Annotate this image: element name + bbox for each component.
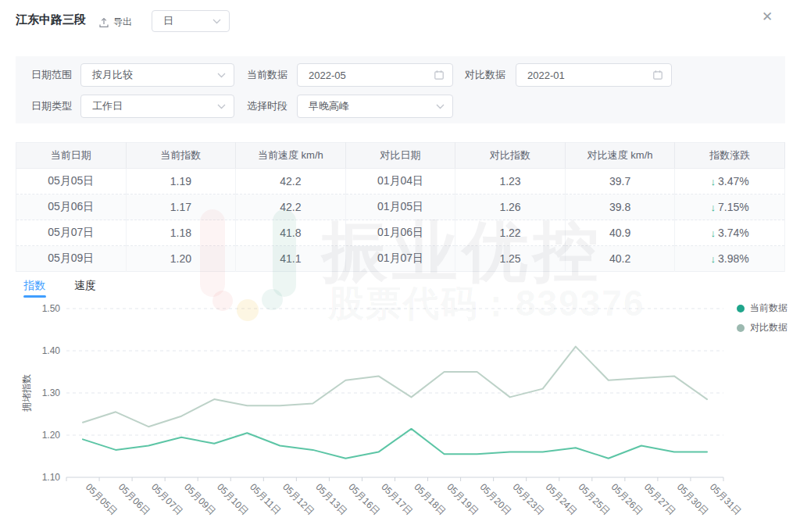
compare-data-label: 对比数据 xyxy=(465,63,505,87)
down-arrow-icon: ↓ xyxy=(711,227,716,239)
x-axis-tick-label: 05月16日 xyxy=(346,481,382,517)
current-data-value: 2022-05 xyxy=(309,70,346,81)
table-cell: 1.23 xyxy=(455,169,566,195)
table-column-header: 当前日期 xyxy=(16,143,127,169)
table-cell: 1.20 xyxy=(126,246,236,272)
index-change-cell: ↓7.15% xyxy=(675,195,785,220)
legend-dot-icon xyxy=(737,305,745,312)
x-axis-tick-label: 05月30日 xyxy=(675,481,711,517)
table-cell: 05月09日 xyxy=(16,246,127,272)
current-data-datepicker[interactable]: 2022-05 xyxy=(297,63,453,87)
x-axis-tick-label: 05月27日 xyxy=(642,481,678,517)
calendar-icon xyxy=(652,70,663,80)
x-axis-tick-label: 05月10日 xyxy=(215,481,251,517)
down-arrow-icon: ↓ xyxy=(711,176,716,187)
table-cell: 42.2 xyxy=(236,195,346,220)
x-axis-tick-label: 05月23日 xyxy=(511,481,547,517)
index-change-cell: ↓3.47% xyxy=(675,169,785,195)
x-axis-tick-label: 05月31日 xyxy=(708,481,744,517)
chart-svg: 1.101.201.301.401.50拥堵指数05月05日05月06日05月0… xyxy=(0,300,800,532)
table-cell: 40.2 xyxy=(565,246,675,272)
series-line-对比数据[interactable] xyxy=(83,347,707,427)
down-arrow-icon: ↓ xyxy=(711,202,716,213)
table-column-header: 指数涨跌 xyxy=(675,143,785,169)
table-cell: 01月05日 xyxy=(345,195,455,220)
series-line-当前数据[interactable] xyxy=(83,429,707,459)
x-axis-tick-label: 05月24日 xyxy=(544,481,580,517)
chevron-down-icon xyxy=(217,104,226,109)
table-column-header: 当前指数 xyxy=(126,143,236,169)
table-header-row: 当前日期当前指数当前速度 km/h对比日期对比指数对比速度 km/h指数涨跌 xyxy=(16,143,785,169)
date-type-value: 工作日 xyxy=(92,99,123,113)
table-cell: 01月04日 xyxy=(345,169,455,195)
table-cell: 1.18 xyxy=(126,220,236,246)
x-axis-tick-label: 05月11日 xyxy=(248,481,283,516)
x-axis-tick-label: 05月07日 xyxy=(149,481,185,517)
tab-speed[interactable]: 速度 xyxy=(74,279,96,293)
close-icon[interactable]: ✕ xyxy=(762,10,773,23)
x-axis-tick-label: 05月06日 xyxy=(116,481,152,517)
tab-active-underline xyxy=(23,295,46,298)
table-cell: 05月07日 xyxy=(16,220,127,246)
table-column-header: 对比速度 km/h xyxy=(565,143,675,169)
chevron-down-icon xyxy=(436,104,445,109)
x-axis-tick-label: 05月09日 xyxy=(182,481,218,517)
table-cell: 01月06日 xyxy=(345,220,455,246)
table-cell: 42.2 xyxy=(236,169,346,195)
page-title: 江东中路三段 xyxy=(16,12,86,27)
y-axis-tick-label: 1.40 xyxy=(42,345,61,356)
table-cell: 39.7 xyxy=(565,169,675,195)
x-axis-tick-label: 05月05日 xyxy=(84,481,120,517)
export-label: 导出 xyxy=(113,16,132,29)
road-detail-dialog: 江东中路三段 导出 日 ✕ 日期范围 按月比较 当前数据 2022-05 对比数… xyxy=(0,0,800,532)
x-axis-tick-label: 05月18日 xyxy=(412,481,448,517)
chevron-down-icon xyxy=(212,19,221,24)
index-change-cell: ↓3.74% xyxy=(675,220,785,246)
index-change-cell: ↓3.98% xyxy=(675,246,785,272)
time-period-label: 选择时段 xyxy=(247,95,288,118)
export-button[interactable]: 导出 xyxy=(98,16,132,29)
index-line-chart: 1.101.201.301.401.50拥堵指数05月05日05月06日05月0… xyxy=(0,300,800,532)
upload-icon xyxy=(98,17,109,28)
table-column-header: 当前速度 km/h xyxy=(236,143,346,169)
table-cell: 05月06日 xyxy=(16,195,127,220)
date-range-value: 按月比较 xyxy=(92,68,133,82)
legend-label: 对比数据 xyxy=(750,321,788,334)
table-cell: 41.1 xyxy=(236,246,346,272)
time-period-value: 早晚高峰 xyxy=(309,99,349,113)
date-range-select[interactable]: 按月比较 xyxy=(80,63,234,87)
table-column-header: 对比指数 xyxy=(455,143,566,169)
legend-label: 当前数据 xyxy=(750,302,788,315)
period-select[interactable]: 日 xyxy=(152,10,230,32)
compare-data-value: 2022-01 xyxy=(527,70,565,81)
legend-item[interactable]: 对比数据 xyxy=(737,321,788,334)
table-row: 05月07日1.1841.801月06日1.2240.9↓3.74% xyxy=(16,220,785,246)
calendar-icon xyxy=(434,70,445,80)
date-type-select[interactable]: 工作日 xyxy=(80,95,234,118)
table-cell: 1.26 xyxy=(455,195,566,220)
table-cell: 01月07日 xyxy=(345,246,455,272)
compare-data-datepicker[interactable]: 2022-01 xyxy=(516,63,672,87)
legend-dot-icon xyxy=(737,324,745,332)
table-cell: 1.19 xyxy=(126,169,236,195)
table-row: 05月05日1.1942.201月04日1.2339.7↓3.47% xyxy=(16,169,785,195)
chevron-down-icon xyxy=(217,73,226,78)
down-arrow-icon: ↓ xyxy=(711,253,716,265)
y-axis-title: 拥堵指数 xyxy=(21,374,32,412)
y-axis-tick-label: 1.30 xyxy=(42,387,61,398)
date-range-label: 日期范围 xyxy=(31,63,72,87)
table-cell: 1.17 xyxy=(126,195,236,220)
tab-index[interactable]: 指数 xyxy=(23,279,45,293)
y-axis-tick-label: 1.20 xyxy=(42,430,61,441)
table-cell: 41.8 xyxy=(236,220,346,246)
table-row: 05月06日1.1742.201月05日1.2639.8↓7.15% xyxy=(16,195,785,220)
y-axis-tick-label: 1.50 xyxy=(42,303,61,314)
x-axis-tick-label: 05月25日 xyxy=(577,481,612,517)
table-cell: 05月05日 xyxy=(16,169,127,195)
time-period-select[interactable]: 早晚高峰 xyxy=(297,95,453,118)
legend-item[interactable]: 当前数据 xyxy=(737,302,788,315)
chart-legend: 当前数据对比数据 xyxy=(737,302,788,334)
x-axis-tick-label: 05月12日 xyxy=(280,481,316,517)
x-axis-tick-label: 05月13日 xyxy=(313,481,349,517)
x-axis-tick-label: 05月20日 xyxy=(478,481,514,517)
